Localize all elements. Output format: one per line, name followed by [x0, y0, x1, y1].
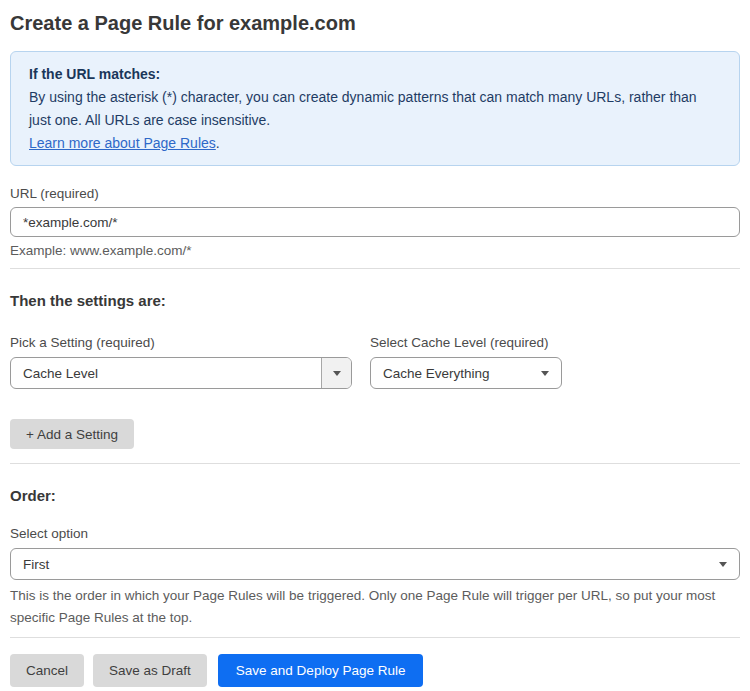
- url-match-info-box: If the URL matches: By using the asteris…: [10, 51, 740, 166]
- dropdown-arrow-icon: [541, 371, 561, 376]
- divider: [10, 463, 740, 464]
- order-select-label: Select option: [10, 526, 740, 542]
- cache-level-select-value: Cache Everything: [371, 366, 541, 381]
- order-section-heading: Order:: [10, 488, 740, 504]
- dropdown-arrow-icon: [719, 562, 739, 567]
- save-draft-button[interactable]: Save as Draft: [93, 654, 207, 687]
- save-deploy-button[interactable]: Save and Deploy Page Rule: [218, 654, 424, 687]
- setting-column: Pick a Setting (required) Cache Level: [10, 309, 352, 389]
- cache-level-column: Select Cache Level (required) Cache Ever…: [370, 309, 562, 389]
- link-suffix: .: [216, 135, 220, 151]
- info-box-link-line: Learn more about Page Rules.: [29, 132, 721, 155]
- form-actions: Cancel Save as Draft Save and Deploy Pag…: [10, 654, 740, 687]
- info-box-heading: If the URL matches:: [29, 63, 721, 86]
- url-example-helper: Example: www.example.com/*: [10, 243, 740, 259]
- cache-level-select[interactable]: Cache Everything: [370, 357, 562, 389]
- order-helper-text: This is the order in which your Page Rul…: [10, 585, 740, 629]
- url-field-label: URL (required): [10, 186, 740, 202]
- settings-row: Pick a Setting (required) Cache Level Se…: [10, 309, 740, 389]
- setting-select-label: Pick a Setting (required): [10, 335, 352, 351]
- info-box-body: By using the asterisk (*) character, you…: [29, 86, 721, 132]
- cancel-button[interactable]: Cancel: [10, 654, 84, 687]
- add-setting-button[interactable]: + Add a Setting: [10, 419, 134, 449]
- learn-more-link[interactable]: Learn more about Page Rules: [29, 135, 216, 151]
- setting-select-value: Cache Level: [11, 366, 321, 381]
- page-title: Create a Page Rule for example.com: [10, 12, 740, 34]
- url-input[interactable]: [10, 207, 740, 237]
- dropdown-arrow-icon: [321, 358, 351, 388]
- divider: [10, 637, 740, 638]
- settings-section-heading: Then the settings are:: [10, 293, 740, 309]
- cache-level-select-label: Select Cache Level (required): [370, 335, 562, 351]
- order-select-value: First: [11, 557, 719, 572]
- order-select[interactable]: First: [10, 548, 740, 580]
- divider: [10, 268, 740, 269]
- page-rule-form: Create a Page Rule for example.com If th…: [0, 12, 750, 691]
- setting-select[interactable]: Cache Level: [10, 357, 352, 389]
